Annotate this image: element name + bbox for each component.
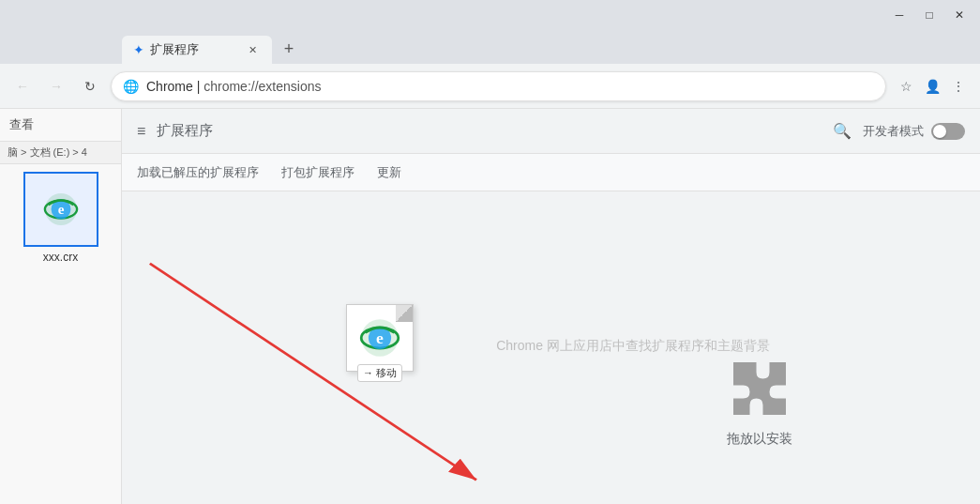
new-tab-button[interactable]: + [276,36,302,62]
ie-icon: e [43,191,79,227]
dragged-file: e → 移动 [338,304,422,389]
svg-text:e: e [376,328,384,347]
tab-close-button[interactable]: ✕ [244,41,261,58]
drop-zone[interactable]: 拖放以安装 [727,356,792,448]
url-bar[interactable]: 🌐 Chrome | chrome://extensions [111,71,886,101]
dragged-file-icon: e → 移动 [346,304,414,372]
menu-button[interactable]: ⋮ [946,74,971,99]
active-tab[interactable]: ✦ 扩展程序 ✕ [122,36,272,64]
extensions-title: 扩展程序 [157,122,213,140]
url-text: Chrome | chrome://extensions [146,79,874,94]
hamburger-icon[interactable]: ≡ [137,123,145,140]
dragged-ie-icon: e [359,317,400,359]
subnav-load[interactable]: 加载已解压的扩展程序 [137,160,259,185]
chrome-extensions-page: ≡ 扩展程序 🔍 开发者模式 加载已解压的扩展程序 打包扩展程序 更新 Chro… [122,109,980,504]
subnav-update[interactable]: 更新 [377,160,401,185]
main-area: 查看 脑 > 文档 (E:) > 4 e xxx.crx ≡ 扩展程序 � [0,109,980,504]
minimize-button[interactable]: ─ [886,6,912,24]
tab-extension-icon: ✦ [133,42,144,57]
tab-label: 扩展程序 [150,41,199,58]
drop-label: 拖放以安装 [727,431,792,448]
secure-icon: 🌐 [123,79,139,94]
subnav-pack[interactable]: 打包扩展程序 [281,160,354,185]
left-panel-header: 查看 [0,109,121,142]
bookmark-button[interactable]: ☆ [894,74,918,99]
dev-mode-toggle[interactable] [931,123,965,140]
breadcrumb: 脑 > 文档 (E:) > 4 [0,142,121,164]
move-badge: → 移动 [357,364,402,382]
toggle-knob [933,125,946,138]
title-bar: ─ □ ✕ [0,0,980,30]
extensions-content: Chrome 网上应用店中查找扩展程序和主题背景 e → 移动 [122,191,980,504]
refresh-button[interactable]: ↻ [77,73,103,99]
address-bar: ← → ↻ 🌐 Chrome | chrome://extensions ☆ 👤… [0,64,980,109]
puzzle-icon [727,356,792,421]
forward-button[interactable]: → [43,73,69,99]
svg-text:e: e [57,201,64,217]
dev-mode-label: 开发者模式 [863,123,924,140]
extensions-subnav: 加载已解压的扩展程序 打包扩展程序 更新 [122,154,980,191]
file-corner [396,305,413,322]
back-button[interactable]: ← [9,73,36,99]
left-panel: 查看 脑 > 文档 (E:) > 4 e xxx.crx [0,109,122,504]
maximize-button[interactable]: □ [916,6,942,24]
header-right: 🔍 开发者模式 [829,118,965,145]
close-button[interactable]: ✕ [946,6,972,24]
svg-line-9 [150,264,476,481]
extensions-header: ≡ 扩展程序 🔍 开发者模式 [122,109,980,154]
window-controls: ─ □ ✕ [886,6,972,24]
toolbar-icons: ☆ 👤 ⋮ [894,74,971,99]
tab-bar: ✦ 扩展程序 ✕ + [0,30,980,64]
search-button[interactable]: 🔍 [829,118,855,145]
account-button[interactable]: 👤 [920,74,944,99]
file-name: xxx.crx [43,251,78,264]
file-item[interactable]: e xxx.crx [0,164,121,271]
drop-hint-text: Chrome 网上应用店中查找扩展程序和主题背景 [496,338,770,355]
file-icon-wrap: e [23,172,98,247]
